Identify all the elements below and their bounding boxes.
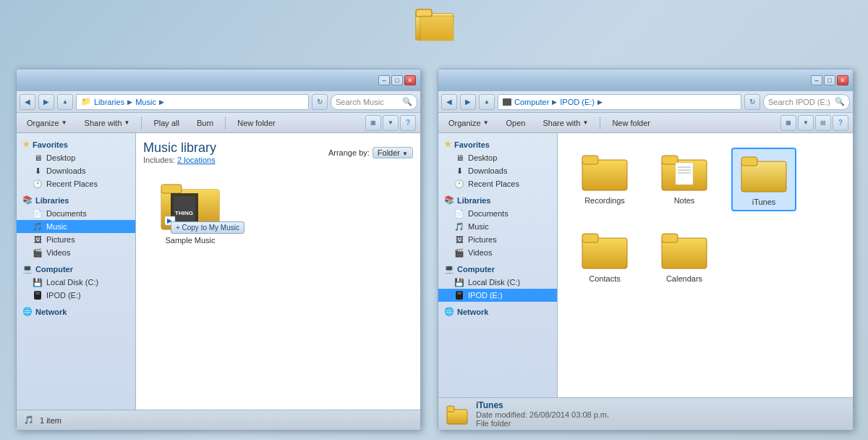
- right-sidebar-local-disk[interactable]: 💾 Local Disk (C:): [438, 276, 557, 289]
- new-folder-button[interactable]: New folder: [231, 117, 281, 129]
- sidebar-item-pictures[interactable]: 🖼 Pictures: [17, 233, 135, 246]
- left-close-button[interactable]: ✕: [404, 75, 416, 85]
- left-file-header: Music library Includes: 2 locations Arra…: [143, 140, 413, 164]
- right-favorites-heading[interactable]: ★ Favorites: [438, 138, 557, 151]
- contacts-folder-item[interactable]: Contacts: [572, 226, 637, 287]
- network-heading[interactable]: 🌐 Network: [17, 305, 135, 318]
- right-open-button[interactable]: Open: [501, 117, 532, 129]
- left-back-button[interactable]: ◀: [20, 94, 35, 110]
- right-maximize-button[interactable]: □: [824, 75, 835, 85]
- calendars-label: Calendars: [666, 274, 702, 283]
- right-minimize-button[interactable]: –: [811, 75, 822, 85]
- left-forward-button[interactable]: ▶: [38, 94, 54, 110]
- right-address-path[interactable]: Computer ▶ IPOD (E:) ▶: [498, 94, 741, 110]
- play-all-button[interactable]: Play all: [148, 117, 184, 129]
- right-documents-icon: 📄: [454, 208, 464, 219]
- toolbar-separator-2: [225, 117, 226, 130]
- left-up-button[interactable]: ▲: [57, 94, 73, 110]
- right-window-controls: – □ ✕: [811, 75, 848, 85]
- svg-rect-13: [582, 156, 598, 164]
- left-help-button[interactable]: ?: [400, 115, 416, 131]
- sidebar-item-documents[interactable]: 📄 Documents: [17, 207, 135, 220]
- right-toolbar: Organize ▼ Open Share with ▼ New folder …: [438, 113, 853, 133]
- svg-rect-25: [662, 234, 678, 242]
- arrange-dropdown[interactable]: Folder ▼: [373, 147, 413, 158]
- right-search-box[interactable]: Search IPOD (E:) 🔍: [763, 94, 850, 110]
- computer-heading[interactable]: 💻 Computer: [17, 262, 135, 276]
- right-path-ipod[interactable]: IPOD (E:): [560, 98, 595, 106]
- right-favorites-section: ★ Favorites 🖥 Desktop ⬇ Downloads 🕐 Rece…: [438, 138, 557, 190]
- right-network-heading[interactable]: 🌐 Network: [438, 305, 557, 318]
- right-forward-button[interactable]: ▶: [460, 94, 476, 110]
- left-maximize-button[interactable]: □: [391, 75, 403, 85]
- sidebar-item-local-disk[interactable]: 💾 Local Disk (C:): [17, 276, 135, 289]
- svg-rect-15: [662, 156, 678, 164]
- sidebar-item-music[interactable]: 🎵 Music: [17, 220, 135, 233]
- path-libraries[interactable]: Libraries: [94, 98, 124, 106]
- path-music[interactable]: Music: [135, 98, 156, 106]
- left-refresh-button[interactable]: ↻: [312, 94, 328, 110]
- right-new-folder-button[interactable]: New folder: [606, 117, 656, 129]
- right-back-button[interactable]: ◀: [441, 94, 457, 110]
- right-up-button[interactable]: ▲: [479, 94, 495, 110]
- right-computer-heading[interactable]: 💻 Computer: [438, 262, 557, 276]
- locations-link[interactable]: 2 locations: [177, 156, 216, 164]
- right-view-dropdown[interactable]: ▼: [798, 115, 814, 131]
- right-share-button[interactable]: Share with ▼: [537, 117, 594, 129]
- right-path-computer[interactable]: Computer: [514, 98, 549, 106]
- left-view-buttons: ▦ ▼ ?: [365, 115, 416, 131]
- left-address-path[interactable]: 📁 Libraries ▶ Music ▶: [76, 94, 309, 110]
- right-sidebar-downloads[interactable]: ⬇ Downloads: [438, 164, 557, 177]
- recordings-folder-item[interactable]: Recordings: [572, 148, 637, 211]
- library-title-group: Music library Includes: 2 locations: [143, 140, 216, 164]
- right-sidebar-pictures[interactable]: 🖼 Pictures: [438, 233, 557, 246]
- ipod-icon: [33, 290, 43, 300]
- right-close-button[interactable]: ✕: [837, 75, 848, 85]
- share-with-button[interactable]: Share with ▼: [79, 117, 136, 129]
- left-minimize-button[interactable]: –: [378, 75, 390, 85]
- sidebar-item-desktop[interactable]: 🖥 Desktop: [17, 151, 135, 164]
- computer-section: 💻 Computer 💾 Local Disk (C:) IPOD (E:): [17, 262, 135, 302]
- right-music-icon: 🎵: [454, 221, 464, 232]
- right-extra-view[interactable]: ▤: [815, 115, 831, 131]
- right-sidebar-desktop[interactable]: 🖥 Desktop: [438, 151, 557, 164]
- left-search-box[interactable]: Search Music 🔍: [331, 94, 417, 110]
- contacts-label: Contacts: [589, 274, 620, 283]
- sidebar-item-downloads[interactable]: ⬇ Downloads: [17, 164, 135, 177]
- right-libraries-heading[interactable]: 📚 Libraries: [438, 193, 557, 207]
- info-date-modified: Date modified: 26/08/2014 03:08 p.m.: [476, 410, 609, 419]
- right-sidebar-recent[interactable]: 🕐 Recent Places: [438, 177, 557, 190]
- right-sidebar-music[interactable]: 🎵 Music: [438, 220, 557, 233]
- notes-folder-item[interactable]: Notes: [652, 148, 717, 211]
- left-view-dropdown[interactable]: ▼: [383, 115, 399, 131]
- right-search-icon: 🔍: [835, 97, 845, 106]
- organize-button[interactable]: Organize ▼: [21, 117, 73, 129]
- right-sidebar-ipod[interactable]: IPOD (E:): [438, 289, 557, 302]
- right-help-button[interactable]: ?: [833, 115, 848, 131]
- favorites-heading[interactable]: ★ Favorites: [17, 138, 135, 151]
- right-organize-button[interactable]: Organize ▼: [443, 117, 495, 129]
- itunes-folder-item[interactable]: iTunes: [731, 148, 796, 211]
- burn-button[interactable]: Burn: [191, 117, 219, 129]
- right-organize-chevron: ▼: [483, 119, 489, 126]
- right-address-bar: ◀ ▶ ▲ Computer ▶ IPOD (E:) ▶ ↻ Search IP…: [438, 91, 853, 113]
- sidebar-item-recent[interactable]: 🕐 Recent Places: [17, 177, 135, 190]
- left-view-toggle[interactable]: ▦: [365, 115, 381, 131]
- svg-rect-6: [161, 185, 182, 193]
- copy-to-music-button[interactable]: + Copy to My Music: [171, 221, 244, 234]
- organize-chevron: ▼: [61, 119, 67, 126]
- sidebar-item-ipod[interactable]: IPOD (E:): [17, 289, 135, 302]
- left-window-controls: – □ ✕: [378, 75, 416, 85]
- right-downloads-icon: ⬇: [454, 166, 464, 176]
- libraries-heading[interactable]: 📚 Libraries: [17, 193, 135, 207]
- sample-music-item[interactable]: THING Sample Music + Copy to My Music: [147, 175, 234, 248]
- calendars-folder-item[interactable]: Calendars: [652, 226, 717, 287]
- right-libraries-icon: 📚: [444, 195, 454, 205]
- right-refresh-button[interactable]: ↻: [744, 94, 760, 110]
- right-view-toggle[interactable]: ▦: [780, 115, 796, 131]
- floating-folder-icon: [412, 6, 456, 42]
- right-sidebar-documents[interactable]: 📄 Documents: [438, 207, 557, 220]
- pictures-icon: 🖼: [33, 234, 43, 245]
- sidebar-item-videos[interactable]: 🎬 Videos: [17, 246, 135, 259]
- right-sidebar-videos[interactable]: 🎬 Videos: [438, 246, 557, 259]
